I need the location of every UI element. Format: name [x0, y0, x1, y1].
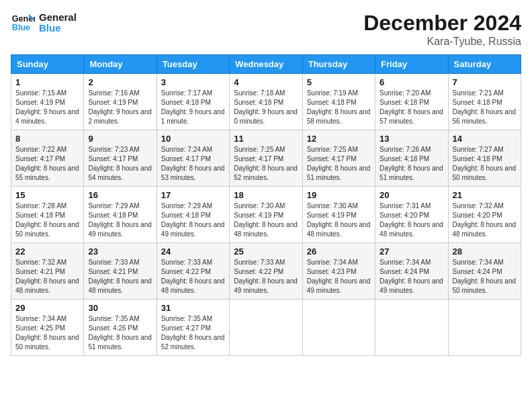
day-number: 11	[234, 134, 298, 144]
calendar-cell: 11Sunrise: 7:25 AMSunset: 4:17 PMDayligh…	[230, 130, 302, 187]
day-info: Sunrise: 7:23 AMSunset: 4:17 PMDaylight:…	[88, 145, 152, 183]
day-number: 6	[380, 77, 443, 87]
day-number: 20	[380, 190, 443, 200]
day-info: Sunrise: 7:33 AMSunset: 4:22 PMDaylight:…	[161, 258, 225, 295]
calendar-cell: 18Sunrise: 7:30 AMSunset: 4:19 PMDayligh…	[230, 187, 302, 243]
calendar-cell: 23Sunrise: 7:33 AMSunset: 4:21 PMDayligh…	[84, 243, 157, 300]
day-info: Sunrise: 7:21 AMSunset: 4:18 PMDaylight:…	[453, 89, 517, 126]
day-number: 26	[307, 246, 371, 257]
day-number: 24	[161, 246, 225, 257]
day-number: 4	[234, 77, 298, 87]
logo: General Blue General Blue	[11, 11, 77, 35]
day-number: 14	[453, 134, 517, 144]
day-info: Sunrise: 7:26 AMSunset: 4:18 PMDaylight:…	[380, 145, 443, 183]
calendar-cell: 2Sunrise: 7:16 AMSunset: 4:19 PMDaylight…	[84, 74, 157, 130]
day-info: Sunrise: 7:15 AMSunset: 4:19 PMDaylight:…	[15, 89, 79, 126]
day-number: 15	[15, 190, 79, 200]
day-number: 8	[15, 134, 79, 144]
calendar-cell: 3Sunrise: 7:17 AMSunset: 4:18 PMDaylight…	[157, 74, 229, 130]
title-area: December 2024 Kara-Tyube, Russia	[363, 11, 521, 48]
calendar-cell	[302, 300, 375, 356]
calendar-cell: 27Sunrise: 7:34 AMSunset: 4:24 PMDayligh…	[375, 243, 448, 300]
calendar-cell: 7Sunrise: 7:21 AMSunset: 4:18 PMDaylight…	[448, 74, 521, 130]
day-number: 12	[307, 134, 371, 144]
day-number: 27	[380, 246, 443, 257]
day-info: Sunrise: 7:34 AMSunset: 4:24 PMDaylight:…	[380, 258, 443, 295]
day-info: Sunrise: 7:30 AMSunset: 4:19 PMDaylight:…	[307, 201, 371, 239]
calendar-cell: 6Sunrise: 7:20 AMSunset: 4:18 PMDaylight…	[375, 74, 448, 130]
page-header: General Blue General Blue December 2024 …	[11, 11, 521, 48]
day-info: Sunrise: 7:19 AMSunset: 4:18 PMDaylight:…	[307, 89, 371, 126]
day-info: Sunrise: 7:33 AMSunset: 4:22 PMDaylight:…	[234, 258, 298, 295]
day-number: 17	[161, 190, 225, 200]
day-info: Sunrise: 7:34 AMSunset: 4:23 PMDaylight:…	[307, 258, 371, 295]
calendar-week-row: 1Sunrise: 7:15 AMSunset: 4:19 PMDaylight…	[11, 74, 521, 130]
day-info: Sunrise: 7:31 AMSunset: 4:20 PMDaylight:…	[380, 201, 443, 239]
day-info: Sunrise: 7:17 AMSunset: 4:18 PMDaylight:…	[161, 89, 225, 126]
day-number: 10	[161, 134, 225, 144]
calendar-cell: 26Sunrise: 7:34 AMSunset: 4:23 PMDayligh…	[302, 243, 375, 300]
calendar-cell: 5Sunrise: 7:19 AMSunset: 4:18 PMDaylight…	[302, 74, 375, 130]
calendar-cell: 17Sunrise: 7:29 AMSunset: 4:18 PMDayligh…	[157, 187, 229, 243]
logo-text-blue: Blue	[39, 23, 77, 34]
calendar-cell: 24Sunrise: 7:33 AMSunset: 4:22 PMDayligh…	[157, 243, 229, 300]
day-info: Sunrise: 7:35 AMSunset: 4:27 PMDaylight:…	[161, 314, 225, 352]
calendar-week-row: 15Sunrise: 7:28 AMSunset: 4:18 PMDayligh…	[11, 187, 521, 243]
calendar-cell: 25Sunrise: 7:33 AMSunset: 4:22 PMDayligh…	[230, 243, 302, 300]
day-info: Sunrise: 7:30 AMSunset: 4:19 PMDaylight:…	[234, 201, 298, 239]
day-number: 19	[307, 190, 371, 200]
calendar-cell	[448, 300, 521, 356]
calendar-cell: 15Sunrise: 7:28 AMSunset: 4:18 PMDayligh…	[11, 187, 84, 243]
day-info: Sunrise: 7:28 AMSunset: 4:18 PMDaylight:…	[15, 201, 79, 239]
day-info: Sunrise: 7:29 AMSunset: 4:18 PMDaylight:…	[161, 201, 225, 239]
calendar-cell: 9Sunrise: 7:23 AMSunset: 4:17 PMDaylight…	[84, 130, 157, 187]
weekday-header-friday: Friday	[375, 55, 448, 74]
logo-icon: General Blue	[11, 11, 35, 35]
calendar-cell: 10Sunrise: 7:24 AMSunset: 4:17 PMDayligh…	[157, 130, 229, 187]
calendar-cell: 21Sunrise: 7:32 AMSunset: 4:20 PMDayligh…	[448, 187, 521, 243]
day-number: 31	[161, 303, 225, 313]
weekday-header-wednesday: Wednesday	[230, 55, 302, 74]
calendar-week-row: 29Sunrise: 7:34 AMSunset: 4:25 PMDayligh…	[11, 300, 521, 356]
day-number: 1	[15, 77, 79, 87]
day-number: 30	[88, 303, 152, 313]
day-number: 2	[88, 77, 152, 87]
day-info: Sunrise: 7:16 AMSunset: 4:19 PMDaylight:…	[88, 89, 152, 126]
day-info: Sunrise: 7:25 AMSunset: 4:17 PMDaylight:…	[234, 145, 298, 183]
day-number: 13	[380, 134, 443, 144]
day-number: 25	[234, 246, 298, 257]
day-number: 29	[15, 303, 79, 313]
day-info: Sunrise: 7:34 AMSunset: 4:25 PMDaylight:…	[15, 314, 79, 352]
calendar-cell: 31Sunrise: 7:35 AMSunset: 4:27 PMDayligh…	[157, 300, 229, 356]
day-info: Sunrise: 7:22 AMSunset: 4:17 PMDaylight:…	[15, 145, 79, 183]
day-info: Sunrise: 7:32 AMSunset: 4:21 PMDaylight:…	[15, 258, 79, 295]
day-number: 23	[88, 246, 152, 257]
calendar-cell: 28Sunrise: 7:34 AMSunset: 4:24 PMDayligh…	[448, 243, 521, 300]
calendar-cell: 13Sunrise: 7:26 AMSunset: 4:18 PMDayligh…	[375, 130, 448, 187]
day-number: 18	[234, 190, 298, 200]
weekday-header-sunday: Sunday	[11, 55, 84, 74]
day-number: 21	[453, 190, 517, 200]
location-title: Kara-Tyube, Russia	[363, 36, 521, 48]
weekday-header-row: SundayMondayTuesdayWednesdayThursdayFrid…	[11, 55, 521, 74]
calendar-week-row: 8Sunrise: 7:22 AMSunset: 4:17 PMDaylight…	[11, 130, 521, 187]
month-title: December 2024	[363, 11, 521, 36]
day-info: Sunrise: 7:20 AMSunset: 4:18 PMDaylight:…	[380, 89, 443, 126]
day-info: Sunrise: 7:35 AMSunset: 4:26 PMDaylight:…	[88, 314, 152, 352]
weekday-header-monday: Monday	[84, 55, 157, 74]
weekday-header-saturday: Saturday	[448, 55, 521, 74]
calendar-cell: 29Sunrise: 7:34 AMSunset: 4:25 PMDayligh…	[11, 300, 84, 356]
calendar-cell: 19Sunrise: 7:30 AMSunset: 4:19 PMDayligh…	[302, 187, 375, 243]
day-number: 9	[88, 134, 152, 144]
day-number: 3	[161, 77, 225, 87]
calendar-cell: 16Sunrise: 7:29 AMSunset: 4:18 PMDayligh…	[84, 187, 157, 243]
calendar-cell	[375, 300, 448, 356]
calendar-week-row: 22Sunrise: 7:32 AMSunset: 4:21 PMDayligh…	[11, 243, 521, 300]
day-number: 22	[15, 246, 79, 257]
calendar-cell	[230, 300, 302, 356]
day-info: Sunrise: 7:18 AMSunset: 4:18 PMDaylight:…	[234, 89, 298, 126]
day-number: 7	[453, 77, 517, 87]
calendar-cell: 1Sunrise: 7:15 AMSunset: 4:19 PMDaylight…	[11, 74, 84, 130]
day-info: Sunrise: 7:32 AMSunset: 4:20 PMDaylight:…	[453, 201, 517, 239]
calendar-cell: 8Sunrise: 7:22 AMSunset: 4:17 PMDaylight…	[11, 130, 84, 187]
